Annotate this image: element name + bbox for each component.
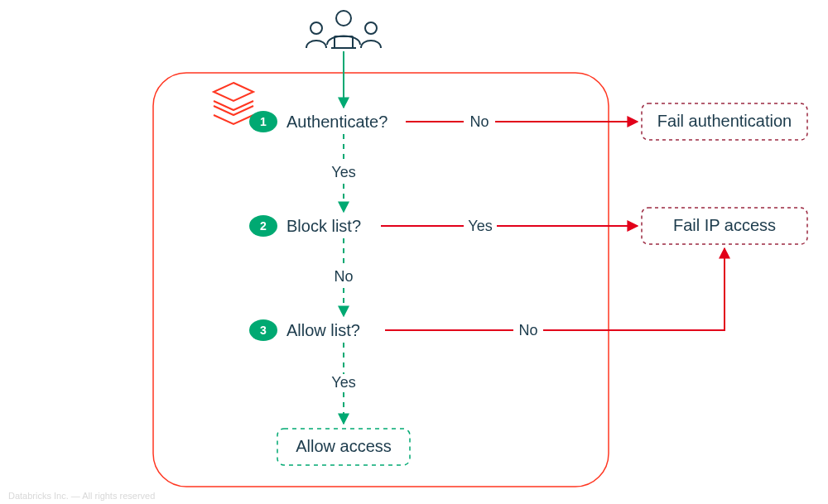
edge-allow-no	[385, 248, 724, 330]
databricks-icon	[214, 83, 253, 124]
svg-point-0	[336, 11, 351, 26]
edge-auth-yes-label: Yes	[331, 164, 355, 180]
watermark-text: Databricks Inc. — All rights reserved	[8, 491, 155, 501]
step-1-label: Authenticate?	[286, 113, 388, 131]
users-icon	[306, 11, 381, 48]
fail-auth-label: Fail authentication	[657, 112, 792, 130]
svg-rect-1	[335, 36, 353, 48]
step-2-number: 2	[260, 219, 267, 233]
step-3: 3 Allow list?	[249, 319, 360, 341]
svg-point-3	[310, 22, 322, 34]
step-2: 2 Block list?	[249, 215, 361, 237]
allow-access-label: Allow access	[296, 437, 392, 455]
edge-allow-yes-label: Yes	[331, 374, 355, 391]
step-1: 1 Authenticate?	[249, 111, 388, 132]
edge-auth-no-label: No	[469, 113, 489, 130]
edge-allow-no-label: No	[518, 322, 537, 338]
workspace-container	[153, 73, 609, 487]
step-3-number: 3	[260, 324, 267, 337]
flowchart-diagram: 1 Authenticate? No Fail authentication Y…	[0, 0, 828, 504]
edge-block-yes-label: Yes	[468, 218, 492, 234]
edge-block-no-label: No	[334, 268, 353, 285]
step-1-number: 1	[260, 115, 267, 128]
step-3-label: Allow list?	[286, 321, 360, 339]
fail-ip-label: Fail IP access	[673, 216, 776, 234]
step-2-label: Block list?	[286, 217, 361, 235]
svg-point-4	[365, 22, 377, 34]
